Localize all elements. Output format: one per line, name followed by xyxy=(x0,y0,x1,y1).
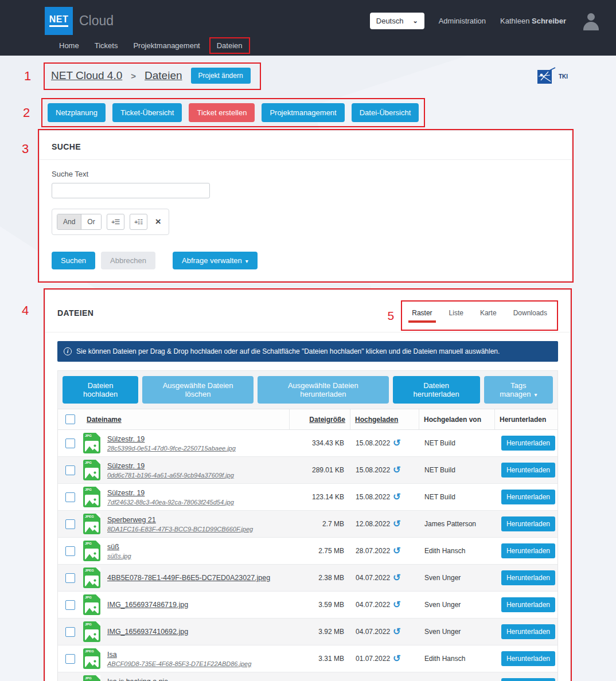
file-filename-link[interactable]: ABCF09D8-735E-4F68-85F3-D7E1F22ABD86.jpe… xyxy=(107,660,251,667)
table-row: JPG IMG_1656937410692.jpg 3.92 MB 04.07.… xyxy=(58,619,557,645)
tab-downloads[interactable]: Downloads xyxy=(513,309,547,326)
row-checkbox[interactable] xyxy=(65,465,75,475)
sort-hochgeladen-link[interactable]: Hochgeladen xyxy=(355,416,398,424)
download-cell: Herunterladen xyxy=(494,570,557,585)
table-row: JPEG 4BB5E078-78E1-449F-B6E5-DC7ED0A2302… xyxy=(58,565,557,592)
history-icon[interactable]: ↺ xyxy=(393,492,400,502)
sort-dateiname-link[interactable]: Dateiname xyxy=(87,416,122,424)
file-type-badge: JPG xyxy=(85,461,92,464)
download-button[interactable]: Herunterladen xyxy=(501,624,555,639)
file-title-link[interactable]: süß xyxy=(107,543,131,551)
tab-karte[interactable]: Karte xyxy=(480,309,497,326)
tab-raster[interactable]: Raster xyxy=(412,309,432,326)
upload-date-cell: 04.07.2022 ↺ xyxy=(350,600,419,609)
row-checkbox[interactable] xyxy=(65,439,75,448)
nav-item-projektmanagement[interactable]: Projektmanagement xyxy=(127,38,206,53)
netzplanung-button[interactable]: Netzplanung xyxy=(48,103,106,122)
search-text-label: Suche Text xyxy=(52,170,560,178)
breadcrumb-current-link[interactable]: Dateien xyxy=(145,69,182,82)
net-logo[interactable]: NET xyxy=(45,7,73,35)
administration-link[interactable]: Administration xyxy=(439,17,486,25)
language-select[interactable]: Deutsch ⌄ xyxy=(370,13,424,29)
change-project-button[interactable]: Projekt ändern xyxy=(191,68,251,84)
tab-liste[interactable]: Liste xyxy=(449,309,463,326)
add-condition-button[interactable]: +☰ xyxy=(107,214,124,230)
history-icon[interactable]: ↺ xyxy=(393,600,400,609)
row-checkbox[interactable] xyxy=(65,573,75,583)
file-filename-link[interactable]: 8DA1FC16-E83F-47F3-BCC9-BC1D99CB660F.jpe… xyxy=(107,526,253,533)
file-title-link[interactable]: Sülzestr. 19 xyxy=(107,435,236,443)
download-button[interactable]: Herunterladen xyxy=(501,570,555,585)
download-button[interactable]: Herunterladen xyxy=(501,490,555,504)
download-button[interactable]: Herunterladen xyxy=(501,651,555,666)
dateien-hochladen-button[interactable]: Dateien hochladen xyxy=(63,376,138,404)
download-button[interactable]: Herunterladen xyxy=(501,516,555,531)
file-title-link[interactable]: Isa xyxy=(107,651,251,659)
row-checkbox[interactable] xyxy=(65,492,75,502)
download-button[interactable]: Herunterladen xyxy=(501,463,555,478)
file-title-link[interactable]: Sülzestr. 19 xyxy=(107,489,234,497)
upload-date: 15.08.2022 xyxy=(356,466,390,474)
datei-bersicht-button[interactable]: Datei-Übersicht xyxy=(352,103,419,122)
clear-filter-icon[interactable]: × xyxy=(153,216,164,228)
operator-and-button[interactable]: And xyxy=(57,214,81,229)
row-checkbox[interactable] xyxy=(65,654,75,664)
row-checkbox[interactable] xyxy=(65,600,75,610)
file-filename-link[interactable]: 28c5399d-0e51-47d0-9fce-2250715abaee.jpg xyxy=(107,445,236,452)
file-type-badge: JPG xyxy=(85,676,92,680)
file-title-link[interactable]: IMG_1656937486719.jpg xyxy=(107,601,188,609)
file-filename-link[interactable]: 7df24632-88c3-40ea-92ca-78063f245d54.jpg xyxy=(107,499,234,506)
sort-dateigroesse-link[interactable]: Dateigröße xyxy=(309,416,345,424)
row-checkbox[interactable] xyxy=(65,519,75,529)
user-name[interactable]: Kathleen Schreiber xyxy=(500,17,566,25)
manage-query-button[interactable]: Abfrage verwalten▾ xyxy=(173,252,258,269)
history-icon[interactable]: ↺ xyxy=(393,439,400,448)
nav-item-dateien[interactable]: Dateien xyxy=(209,37,250,54)
download-button[interactable]: Herunterladen xyxy=(501,543,555,558)
history-icon[interactable]: ↺ xyxy=(393,573,400,582)
row-checkbox-cell xyxy=(58,439,82,448)
download-button[interactable]: Herunterladen xyxy=(501,597,555,612)
ausgew-hlte-dateien-l-schen-button[interactable]: Ausgewählte Dateien löschen xyxy=(142,376,254,404)
file-cell: JPEG 4BB5E078-78E1-449F-B6E5-DC7ED0A2302… xyxy=(82,565,289,591)
column-header-dateigroesse: Dateigröße xyxy=(289,409,350,429)
row-checkbox[interactable] xyxy=(65,546,75,556)
file-title-link[interactable]: Sperberweg 21 xyxy=(107,516,253,524)
tags-managen-button[interactable]: Tags managen▾ xyxy=(484,376,553,404)
file-size: 2.7 MB xyxy=(289,520,350,528)
projektmanagement-button[interactable]: Projektmanagement xyxy=(262,103,344,122)
nav-item-tickets[interactable]: Tickets xyxy=(88,38,124,53)
history-icon[interactable]: ↺ xyxy=(393,627,400,636)
file-title-link[interactable]: IMG_1656937410692.jpg xyxy=(107,628,188,636)
operator-or-button[interactable]: Or xyxy=(81,214,100,229)
ticket-erstellen-button[interactable]: Ticket erstellen xyxy=(189,103,255,122)
nav-item-home[interactable]: Home xyxy=(53,38,85,53)
file-title-link[interactable]: 4BB5E078-78E1-449F-B6E5-DC7ED0A23027.jpe… xyxy=(107,574,270,582)
search-button[interactable]: Suchen xyxy=(52,252,95,269)
ticket-bersicht-button[interactable]: Ticket-Übersicht xyxy=(112,103,182,122)
annotation-number-2: 2 xyxy=(23,107,37,119)
cloud-logo-text: Cloud xyxy=(79,13,114,29)
file-cell: JPG IMG_1656937486719.jpg xyxy=(82,592,289,618)
breadcrumb-root-link[interactable]: NET Cloud 4.0 xyxy=(51,69,122,82)
file-title-link[interactable]: Isa is backing a pie xyxy=(107,678,178,681)
ausgew-hlte-dateien-herunterladen-button[interactable]: Ausgewählte Dateien herunterladen xyxy=(258,376,389,404)
history-icon[interactable]: ↺ xyxy=(393,546,400,555)
file-filename-link[interactable]: 0dd6c781-b196-4a61-a65f-9cb94a37609f.jpg xyxy=(107,472,234,479)
add-group-button[interactable]: +☷ xyxy=(130,214,147,230)
cancel-button[interactable]: Abbrechen xyxy=(101,252,155,269)
history-icon[interactable]: ↺ xyxy=(393,654,400,663)
select-all-checkbox[interactable] xyxy=(65,414,75,424)
history-icon[interactable]: ↺ xyxy=(393,519,400,529)
file-type-badge: JPEG xyxy=(85,649,94,653)
download-button[interactable]: Herunterladen xyxy=(501,678,555,681)
dateien-herunterladen-button[interactable]: Dateien herunterladen xyxy=(393,376,480,404)
row-checkbox-cell xyxy=(58,465,82,475)
search-text-input[interactable] xyxy=(52,183,210,198)
history-icon[interactable]: ↺ xyxy=(393,465,400,475)
download-button[interactable]: Herunterladen xyxy=(501,436,555,451)
file-filename-link[interactable]: süßs.jpg xyxy=(107,553,131,559)
avatar[interactable] xyxy=(580,10,601,31)
row-checkbox[interactable] xyxy=(65,627,75,637)
file-title-link[interactable]: Sülzestr. 19 xyxy=(107,462,234,470)
